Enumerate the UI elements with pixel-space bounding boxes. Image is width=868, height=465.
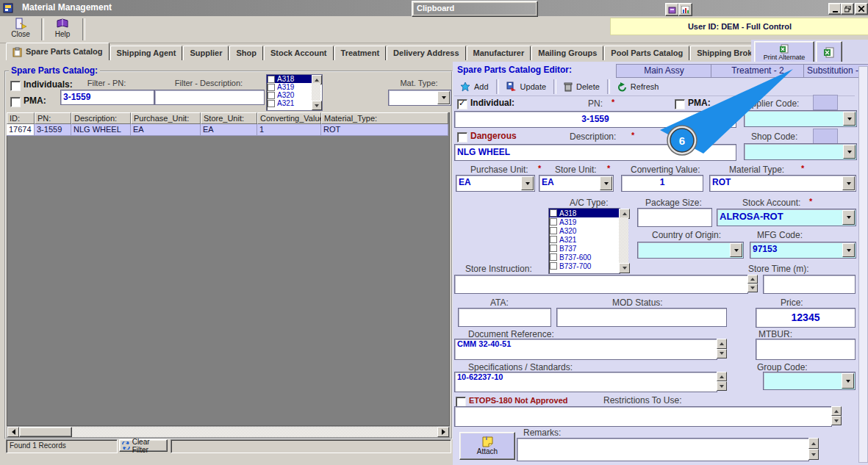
checkbox-icon[interactable] [550,227,557,234]
checkbox-icon[interactable] [550,236,557,243]
document-reference-spinner[interactable] [717,339,727,358]
attach-button[interactable]: Attach [459,432,515,460]
close-button[interactable]: Close [4,18,37,41]
tab-supplier[interactable]: Supplier [183,46,229,60]
spinner-down-button[interactable] [747,284,758,292]
tab-shipping-agent[interactable]: Shipping Agent [110,46,183,60]
list-item[interactable]: A318 [549,209,620,217]
dangerous-checkbox[interactable] [457,132,467,143]
spinner-down-button[interactable] [831,416,842,425]
column-header[interactable]: PN: [35,112,71,124]
dropdown-button[interactable] [437,91,450,104]
tab-mailing-groups[interactable]: Mailing Groups [531,46,603,60]
mfg-code-combo[interactable]: 97153 [750,242,856,259]
list-item[interactable]: B737-700 [549,262,620,270]
converting-value-input[interactable]: 1 [621,175,703,192]
restore-button[interactable] [841,3,854,15]
list-item[interactable]: A319 [549,217,620,226]
list-item[interactable]: A320 [549,226,620,235]
store-time-input[interactable] [763,275,856,294]
scroll-down-button[interactable] [312,101,322,110]
country-of-origin-combo[interactable] [637,242,744,259]
scrollbar-track[interactable] [312,83,320,101]
checkbox-icon[interactable] [268,84,275,91]
package-size-input[interactable] [637,208,712,227]
store-instruction-spinner[interactable] [747,275,758,292]
spinner-down-button[interactable] [808,449,819,460]
dropdown-button[interactable] [521,176,534,190]
tab-pool-parts-catalog[interactable]: Pool Parts Catalog [604,46,689,60]
editor-vertical-scrollbar[interactable] [858,66,868,463]
remarks-input[interactable] [517,438,809,461]
filter-description-input[interactable] [154,90,265,105]
remarks-spinner[interactable] [808,438,819,460]
store-unit-combo[interactable]: EA [539,175,614,192]
individuals-checkbox[interactable] [10,81,21,91]
checkbox-icon[interactable] [268,92,275,99]
ac-type-listbox[interactable]: A318 A319 A320 A321 B737 B737-600 B737-7… [548,208,620,274]
dropdown-button[interactable] [842,373,854,389]
dropdown-button[interactable] [730,243,742,257]
tab-manufacturer[interactable]: Manufacturer [467,46,531,60]
specifications-input[interactable]: 10-62237-10 [454,372,717,392]
price-input[interactable]: 12345 [756,308,856,328]
column-header[interactable]: ID: [7,112,35,124]
close-window-button[interactable] [855,3,868,15]
dropdown-button[interactable] [843,112,856,126]
spinner-up-button[interactable] [717,339,727,349]
restrictions-spinner[interactable] [831,406,842,425]
scroll-right-button[interactable] [437,427,449,437]
refresh-button[interactable]: Refresh [611,79,665,95]
add-button[interactable]: Add [454,79,495,95]
column-header[interactable]: Description: [71,112,131,124]
filter-pn-input[interactable]: 3-1559 [60,90,154,105]
dropdown-button[interactable] [842,243,855,257]
ata-input[interactable] [458,308,551,327]
print-alternate-button[interactable]: Print Alternate [754,41,814,63]
spinner-down-button[interactable] [717,349,727,359]
pma-checkbox[interactable] [675,99,685,109]
specifications-spinner[interactable] [717,372,727,391]
tab-delivery-address[interactable]: Delivery Address [387,46,465,60]
document-reference-input[interactable]: CMM 32-40-51 [454,339,717,360]
column-header[interactable]: Converting_Value: [257,112,321,124]
checkbox-icon[interactable] [550,245,557,252]
group-code-combo[interactable] [763,372,856,390]
dropdown-button[interactable] [843,145,856,159]
column-header[interactable]: Purchase_Unit: [131,112,201,124]
tab-shop[interactable]: Shop [229,46,263,60]
mod-status-input[interactable] [556,308,727,327]
mat-type-combo[interactable] [388,90,451,106]
scrollbar-thumb[interactable] [19,427,72,437]
supplier-code-lookup-button[interactable] [813,95,838,110]
editor-tab-treatment[interactable]: Treatment - 2 [711,64,805,78]
tab-treatment[interactable]: Treatment [334,46,387,60]
update-button[interactable]: Update [501,79,552,95]
editor-tab-main-assy[interactable]: Main Assy [616,64,712,78]
tab-spare-parts-catalog[interactable]: Spare Parts Catalog [6,43,110,60]
supplier-code-combo[interactable] [744,110,857,127]
material-type-combo[interactable]: ROT [709,175,856,192]
clipboard-window[interactable]: Clipboard [412,1,538,17]
store-instruction-input[interactable] [454,275,748,294]
minimize-button[interactable] [828,3,842,15]
export-excel-button[interactable] [816,41,842,63]
delete-button[interactable]: Delete [558,79,606,95]
help-button[interactable]: Help [46,18,79,41]
scrollbar-track[interactable] [619,217,628,263]
checkbox-icon[interactable] [550,209,557,217]
scroll-down-button[interactable] [619,263,630,273]
dropdown-button[interactable] [842,176,855,190]
purchase-unit-combo[interactable]: EA [456,175,535,192]
list-item[interactable]: A321 [549,235,620,244]
checkbox-icon[interactable] [268,100,275,107]
spinner-down-button[interactable] [717,381,727,391]
etops-checkbox[interactable] [456,397,466,407]
column-header[interactable]: Store_Unit: [201,112,257,124]
spinner-up-button[interactable] [808,438,819,449]
list-item[interactable]: B737-600 [549,253,620,262]
results-grid[interactable] [7,112,450,426]
checkbox-icon[interactable] [550,253,557,261]
individual-checkbox[interactable] [457,99,467,109]
pma-filter-checkbox[interactable] [10,97,21,107]
